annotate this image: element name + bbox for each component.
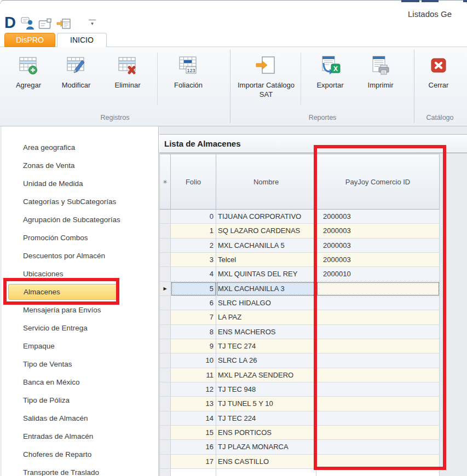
new-row-indicator-header[interactable]: ✳ xyxy=(159,154,171,210)
sidebar-item-promocion-combos[interactable]: Promoción Combos xyxy=(2,229,159,247)
payjoy-cell[interactable]: 2000003 xyxy=(316,253,440,267)
nombre-cell[interactable]: TJ TEC 274 xyxy=(216,339,316,353)
eliminar-button[interactable]: Eliminar xyxy=(106,50,149,112)
agregar-button[interactable]: Agregar xyxy=(8,50,49,112)
payjoy-cell[interactable]: 2000003 xyxy=(316,224,440,238)
nombre-cell[interactable]: ENS CASTILLO xyxy=(216,455,316,469)
folio-cell[interactable]: 3 xyxy=(171,253,216,267)
column-header-payjoy[interactable]: PayJoy Comercio ID xyxy=(316,154,440,210)
payjoy-cell[interactable] xyxy=(316,310,440,324)
row-indicator-cell[interactable] xyxy=(159,253,171,267)
payjoy-cell[interactable] xyxy=(316,339,440,353)
tab-inicio[interactable]: INICIO xyxy=(57,33,107,47)
folio-cell[interactable]: 1 xyxy=(171,224,216,238)
row-indicator-cell[interactable] xyxy=(159,368,171,382)
row-indicator-cell[interactable] xyxy=(159,210,171,224)
payjoy-cell[interactable]: 2000003 xyxy=(316,210,440,224)
folio-cell[interactable]: 11 xyxy=(171,368,216,382)
cerrar-button[interactable]: Cerrar xyxy=(418,50,459,112)
nombre-cell[interactable]: SQ LAZARO CARDENAS xyxy=(216,224,316,238)
payjoy-cell[interactable] xyxy=(316,325,440,339)
sidebar-item-area-geografica[interactable]: Area geografica xyxy=(2,138,159,156)
payjoy-cell[interactable]: 2000010 xyxy=(316,267,440,281)
payjoy-cell[interactable] xyxy=(316,353,440,368)
nombre-cell[interactable]: MXL PLAZA SENDERO xyxy=(216,368,316,382)
column-header-folio[interactable]: Folio xyxy=(171,154,216,210)
qat-dropdown-icon[interactable]: ▾ xyxy=(89,20,96,28)
exportar-button[interactable]: X Exportar xyxy=(305,50,355,112)
sidebar-item-salidas-de-almacen[interactable]: Salidas de Almacén xyxy=(2,409,159,427)
row-indicator-cell[interactable] xyxy=(159,426,171,440)
row-indicator-cell[interactable] xyxy=(159,224,171,238)
folio-cell[interactable]: 0 xyxy=(171,210,216,224)
import-form-icon[interactable] xyxy=(56,17,70,30)
folio-cell[interactable]: 7 xyxy=(171,310,216,324)
modificar-button[interactable]: Modificar xyxy=(53,50,100,112)
folio-cell[interactable]: 17 xyxy=(171,455,216,469)
row-indicator-cell[interactable]: ▶ xyxy=(159,282,171,296)
folio-cell[interactable]: 13 xyxy=(171,397,216,411)
folio-cell[interactable]: 5 xyxy=(171,282,216,296)
sidebar-item-tipo-de-ventas[interactable]: Tipo de Ventas xyxy=(2,355,159,373)
sidebar-item-banca-en-mexico[interactable]: Banca en México xyxy=(2,373,159,391)
payjoy-cell[interactable] xyxy=(316,296,440,310)
folio-cell[interactable]: 6 xyxy=(171,296,216,310)
payjoy-cell[interactable] xyxy=(316,426,440,440)
sidebar-item-empaque[interactable]: Empaque xyxy=(2,337,159,355)
row-indicator-cell[interactable] xyxy=(159,296,171,310)
nombre-cell[interactable] xyxy=(216,469,316,476)
row-indicator-cell[interactable] xyxy=(159,382,171,397)
foliacion-button[interactable]: 123 Foliación xyxy=(164,50,212,112)
sidebar-item-choferes-de-reparto[interactable]: Choferes de Reparto xyxy=(2,445,159,463)
app-logo-d[interactable]: D xyxy=(4,14,16,31)
payjoy-cell[interactable] xyxy=(316,455,440,469)
nombre-cell[interactable]: TJ PLAZA MONARCA xyxy=(216,440,316,454)
payjoy-cell[interactable] xyxy=(316,368,440,382)
sidebar-item-entradas-de-almacen[interactable]: Entradas de Almacén xyxy=(2,427,159,445)
folio-cell[interactable]: 14 xyxy=(171,411,216,426)
nombre-cell[interactable]: TJ TUNEL 5 Y 10 xyxy=(216,397,316,411)
row-indicator-cell[interactable] xyxy=(159,239,171,253)
sidebar-item-ubicaciones[interactable]: Ubicaciones xyxy=(2,265,159,283)
sidebar-item-servicio-de-entrega[interactable]: Servicio de Entrega xyxy=(2,319,159,337)
sidebar-item-tipo-de-poliza[interactable]: Tipo de Póliza xyxy=(2,391,159,409)
sidebar-item-mensajeria-para-envios[interactable]: Mensajería para Envíos xyxy=(2,301,159,319)
folio-cell[interactable]: 8 xyxy=(171,325,216,339)
payjoy-cell[interactable] xyxy=(316,397,440,411)
sidebar-item-zonas-de-venta[interactable]: Zonas de Venta xyxy=(2,156,159,175)
sidebar-item-transporte-de-traslado[interactable]: Transporte de Traslado xyxy=(2,463,159,476)
nombre-cell[interactable]: Telcel xyxy=(216,253,316,267)
row-indicator-cell[interactable] xyxy=(159,267,171,281)
folio-cell[interactable]: 2 xyxy=(171,239,216,253)
row-indicator-cell[interactable] xyxy=(159,411,171,426)
imprimir-button[interactable]: Imprimir xyxy=(357,50,404,112)
payjoy-cell[interactable] xyxy=(316,411,440,426)
importar-catalogo-sat-button[interactable]: Importar Catálogo SAT xyxy=(235,50,297,112)
nombre-cell[interactable]: LA PAZ xyxy=(216,310,316,324)
nombre-cell[interactable]: MXL CACHANILLA 5 xyxy=(216,239,316,253)
nombre-cell[interactable]: TJ TEC 948 xyxy=(216,382,316,397)
nombre-cell[interactable]: MXL CACHANILLA 3 xyxy=(216,282,316,296)
folio-cell[interactable]: 10 xyxy=(171,353,216,368)
payjoy-cell[interactable] xyxy=(316,469,440,476)
sidebar-item-agrupacion-de-subcategorias[interactable]: Agrupación de Subcategorías xyxy=(2,211,159,229)
nombre-cell[interactable]: TJ TEC 224 xyxy=(216,411,316,426)
chat-person-icon[interactable] xyxy=(21,17,35,30)
payjoy-cell[interactable] xyxy=(316,382,440,397)
row-indicator-cell[interactable] xyxy=(159,469,171,476)
folio-cell[interactable] xyxy=(171,469,216,476)
folio-cell[interactable]: 4 xyxy=(171,267,216,281)
row-indicator-cell[interactable] xyxy=(159,325,171,339)
sidebar-item-unidad-de-medida[interactable]: Unidad de Medida xyxy=(2,175,159,193)
folio-cell[interactable]: 9 xyxy=(171,339,216,353)
folio-cell[interactable]: 16 xyxy=(171,440,216,454)
nombre-cell[interactable]: SLRC HIDALGO xyxy=(216,296,316,310)
sidebar-item-almacenes[interactable]: Almacenes xyxy=(8,284,119,300)
row-indicator-cell[interactable] xyxy=(159,339,171,353)
nombre-cell[interactable]: ENS PORTICOS xyxy=(216,426,316,440)
payjoy-cell[interactable]: 2000003 xyxy=(316,239,440,253)
nombre-cell[interactable]: MXL QUINTAS DEL REY xyxy=(216,267,316,281)
column-header-nombre[interactable]: Nombre xyxy=(216,154,316,210)
row-indicator-cell[interactable] xyxy=(159,353,171,368)
folio-cell[interactable]: 12 xyxy=(171,382,216,397)
